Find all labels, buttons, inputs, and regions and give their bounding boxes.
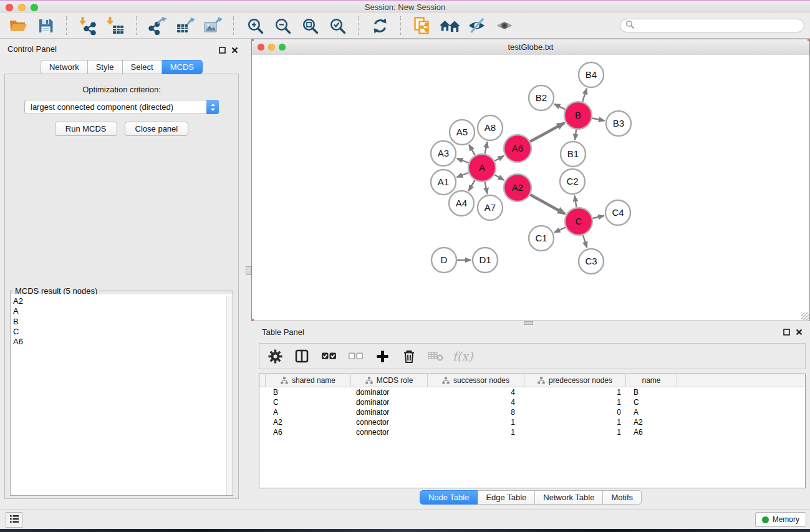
svg-text:A6: A6 [512, 143, 523, 153]
column-header-predecessor-nodes[interactable]: predecessor nodes [524, 374, 626, 387]
tab-network-table[interactable]: Network Table [535, 490, 603, 505]
graph-node-A3[interactable]: A3 [431, 141, 456, 166]
table-row[interactable]: Bdominator41B [259, 387, 805, 397]
column-header-shared-name[interactable]: shared name [266, 374, 351, 387]
show-details-icon[interactable] [494, 16, 515, 36]
svg-text:C1: C1 [535, 233, 547, 243]
run-mcds-button[interactable]: Run MCDS [55, 122, 117, 136]
home-icon[interactable] [439, 16, 460, 36]
graph-node-A[interactable]: A [468, 154, 496, 181]
export-table-icon[interactable] [175, 16, 196, 36]
row-filler [677, 427, 805, 437]
save-icon[interactable] [35, 16, 56, 36]
close-window-button[interactable] [6, 4, 13, 11]
tab-motifs[interactable]: Motifs [603, 490, 642, 505]
refresh-icon[interactable] [369, 16, 390, 36]
unselect-all-icon[interactable] [347, 348, 364, 364]
zoom-selected-icon[interactable] [327, 16, 348, 36]
gear-icon[interactable] [267, 348, 283, 364]
graph-node-D[interactable]: D [432, 248, 456, 273]
graph-node-B[interactable]: B [564, 102, 592, 129]
import-network-icon[interactable] [77, 16, 99, 36]
graph-node-A6[interactable]: A6 [504, 135, 531, 162]
network-minimize-button[interactable] [268, 44, 275, 51]
network-graph-svg[interactable]: AA1A2A3A4A5A6A7A8BB1B2B3B4CC1C2C3C4DD1 [252, 55, 809, 321]
resize-grip[interactable] [801, 312, 809, 320]
svg-text:C2: C2 [566, 176, 578, 186]
tab-style[interactable]: Style [88, 60, 123, 74]
task-history-button[interactable] [6, 512, 22, 528]
result-item[interactable]: A6 [13, 337, 233, 347]
zoom-fit-icon[interactable] [299, 16, 321, 36]
result-item[interactable]: B [13, 317, 233, 327]
control-panel-title: Control Panel [7, 44, 57, 54]
column-header-name[interactable]: name [626, 374, 677, 387]
columns-icon[interactable] [294, 348, 310, 364]
tab-node-table[interactable]: Node Table [420, 490, 478, 505]
network-zoom-button[interactable] [279, 44, 286, 51]
graph-node-A4[interactable]: A4 [449, 191, 474, 216]
table-row[interactable]: A2connector11A2 [259, 417, 805, 427]
table-row[interactable]: Adominator80A [259, 407, 805, 417]
list-icon [9, 513, 20, 527]
graph-node-A2[interactable]: A2 [504, 174, 531, 201]
memory-button[interactable]: Memory [755, 512, 806, 527]
export-image-icon[interactable] [202, 16, 223, 36]
tab-edge-table[interactable]: Edge Table [478, 490, 535, 505]
graph-node-B1[interactable]: B1 [561, 142, 586, 167]
search-input[interactable] [637, 21, 804, 31]
column-header-successor-nodes[interactable]: successor nodes [428, 374, 524, 387]
table-cell: B [626, 387, 677, 397]
select-all-icon[interactable] [321, 348, 337, 364]
close-panel-icon[interactable] [231, 45, 238, 56]
tab-network[interactable]: Network [41, 60, 88, 74]
network-close-button[interactable] [258, 44, 264, 51]
open-folder-icon[interactable] [7, 16, 29, 36]
vertical-splitter-handle[interactable] [246, 266, 251, 275]
column-header-filler [677, 374, 805, 387]
graph-node-B3[interactable]: B3 [606, 111, 631, 136]
tab-mcds[interactable]: MCDS [162, 60, 203, 74]
graph-node-C1[interactable]: C1 [529, 226, 554, 251]
result-item[interactable]: A [13, 306, 233, 316]
search-box[interactable] [620, 19, 804, 32]
graph-node-C4[interactable]: C4 [605, 200, 630, 225]
table-cell: connector [351, 417, 428, 427]
graph-node-A1[interactable]: A1 [431, 170, 456, 195]
table-row[interactable]: A6connector11A6 [259, 427, 805, 437]
graph-node-A8[interactable]: A8 [478, 115, 503, 140]
optimization-dropdown[interactable]: largest connected component (directed) [24, 100, 219, 114]
graph-node-C2[interactable]: C2 [560, 169, 585, 194]
delete-column-icon [428, 348, 444, 364]
float-panel-icon[interactable] [219, 45, 226, 56]
graph-node-C[interactable]: C [565, 208, 592, 235]
add-icon[interactable] [374, 348, 390, 364]
close-panel-icon[interactable] [796, 327, 803, 338]
zoom-out-icon[interactable] [272, 16, 293, 36]
import-table-icon[interactable] [105, 16, 126, 36]
float-panel-icon[interactable] [783, 327, 790, 338]
zoom-window-button[interactable] [31, 4, 38, 11]
traffic-lights [6, 4, 38, 11]
graph-node-B4[interactable]: B4 [579, 62, 604, 87]
graph-node-A7[interactable]: A7 [478, 195, 503, 220]
column-header-MCDS-role[interactable]: MCDS role [351, 374, 428, 387]
export-network-icon[interactable] [147, 16, 168, 36]
tab-select[interactable]: Select [123, 60, 162, 74]
result-item[interactable]: C [13, 327, 233, 337]
graph-node-D1[interactable]: D1 [473, 248, 498, 273]
result-scrollbar[interactable] [226, 296, 233, 495]
table-row[interactable]: Cdominator41C [259, 397, 805, 407]
hide-details-icon[interactable] [466, 16, 488, 36]
minimize-window-button[interactable] [18, 4, 26, 11]
result-item[interactable]: A2 [13, 296, 233, 306]
close-panel-button[interactable]: Close panel [125, 122, 189, 136]
graph-node-C3[interactable]: C3 [579, 249, 604, 274]
trash-icon[interactable] [401, 348, 417, 364]
zoom-in-icon[interactable] [244, 16, 266, 36]
graph-node-B2[interactable]: B2 [529, 85, 554, 110]
main-titlebar: Session: New Session [0, 1, 810, 13]
clone-network-icon[interactable] [412, 16, 433, 36]
network-canvas[interactable]: AA1A2A3A4A5A6A7A8BB1B2B3B4CC1C2C3C4DD1 [252, 55, 809, 321]
graph-node-A5[interactable]: A5 [450, 120, 475, 145]
